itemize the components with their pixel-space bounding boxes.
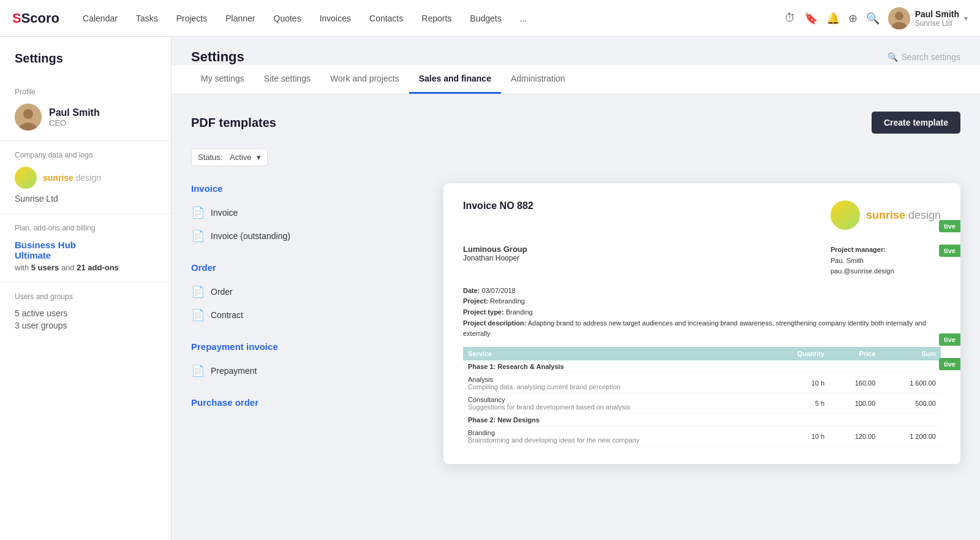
phase-row-1: Phase 1: Research & Analysis xyxy=(463,360,941,373)
settings-sidebar-title: Settings xyxy=(0,51,171,78)
search-placeholder: Search settings xyxy=(902,52,961,62)
client-contact: Jonathan Hooper xyxy=(463,254,806,262)
timer-icon[interactable]: ⏱ xyxy=(785,12,796,25)
sidebar-users-section: Users and groups 5 active users 3 user g… xyxy=(0,283,171,343)
tab-my-settings[interactable]: My settings xyxy=(191,65,254,94)
template-item-invoice[interactable]: 📄 Invoice xyxy=(191,201,424,224)
invoice-number: Invoice NO 882 xyxy=(463,200,533,211)
project-type-value: Branding xyxy=(506,308,533,316)
plan-name-link[interactable]: Business Hub Ultimate xyxy=(15,240,156,260)
page-title: Settings xyxy=(191,49,244,65)
settings-tabs: My settings Site settings Work and proje… xyxy=(172,65,980,94)
profile-role: CEO xyxy=(49,118,100,127)
qty-cell: 5 h xyxy=(767,393,829,413)
nav-tasks[interactable]: Tasks xyxy=(127,9,167,28)
brand-logo-circle xyxy=(831,200,860,230)
order-category-title[interactable]: Order xyxy=(191,262,424,273)
invoice-manager-info: Project manager: Pau. Smith pau.@sunrise… xyxy=(831,245,941,277)
pdf-templates-header: PDF templates Create template xyxy=(191,112,960,134)
status-filter[interactable]: Status: Active ▾ xyxy=(191,148,268,166)
template-doc-icon: 📄 xyxy=(191,229,205,243)
company-logo-circle xyxy=(15,167,37,189)
users-label: Users and groups xyxy=(15,292,156,301)
notification-icon[interactable]: 🔔 xyxy=(826,12,840,25)
template-doc-icon: 📄 xyxy=(191,364,205,378)
template-category-order: Order 📄 Order 📄 Contract xyxy=(191,262,424,327)
nav-budgets[interactable]: Budgets xyxy=(461,9,510,28)
date-label: Date: xyxy=(463,287,480,294)
template-item-order[interactable]: 📄 Order xyxy=(191,280,424,303)
company-logo-row[interactable]: sunrise design xyxy=(15,167,156,189)
price-cell: 100.00 xyxy=(829,393,880,413)
template-doc-icon: 📄 xyxy=(191,285,205,299)
create-template-button[interactable]: Create template xyxy=(872,112,960,134)
phase-1-title: Phase 1: Research & Analysis xyxy=(463,360,941,373)
invoice-two-col: Luminous Group Jonathan Hooper Project m… xyxy=(463,245,941,277)
tab-site-settings[interactable]: Site settings xyxy=(254,65,320,94)
company-label: Company data and logo xyxy=(15,151,156,159)
client-name: Luminous Group xyxy=(463,245,806,254)
profile-avatar xyxy=(15,104,42,131)
users-info: 5 active users 3 user groups xyxy=(15,308,156,330)
user-company: Sunrise Ltd xyxy=(915,19,959,28)
nav-projects[interactable]: Projects xyxy=(168,9,216,28)
logo[interactable]: SScoro xyxy=(12,10,59,26)
avatar xyxy=(888,7,910,29)
profile-row[interactable]: Paul Smith CEO xyxy=(15,104,156,131)
nav-reports[interactable]: Reports xyxy=(413,9,460,28)
user-groups-count[interactable]: 3 user groups xyxy=(15,321,156,330)
purchase-order-category-title[interactable]: Purchase order xyxy=(191,397,424,408)
tab-sales-finance[interactable]: Sales and finance xyxy=(409,65,501,94)
project-meta: Date: 03/07/2018 Project: Rebranding Pro… xyxy=(463,286,941,340)
project-desc-label: Project description: xyxy=(463,319,526,327)
col-quantity: Quantity xyxy=(767,347,829,360)
user-info: Paul Smith Sunrise Ltd xyxy=(915,9,959,28)
bookmark-icon[interactable]: 🔖 xyxy=(804,12,818,25)
invoice-category-title[interactable]: Invoice xyxy=(191,183,424,194)
search-settings[interactable]: 🔍 Search settings xyxy=(888,52,961,62)
company-name: Sunrise Ltd xyxy=(15,194,156,203)
main-nav: Calendar Tasks Projects Planner Quotes I… xyxy=(74,9,782,28)
nav-invoices[interactable]: Invoices xyxy=(311,9,360,28)
table-row: Consultancy Suggestions for brand develo… xyxy=(463,393,941,413)
user-menu[interactable]: Paul Smith Sunrise Ltd ▾ xyxy=(888,7,968,29)
add-icon[interactable]: ⊕ xyxy=(848,12,858,25)
brand-design: design xyxy=(74,173,101,183)
template-doc-icon: 📄 xyxy=(191,308,205,322)
template-item-label: Order xyxy=(211,287,233,297)
invoice-preview: Invoice NO 882 sunrise design xyxy=(443,183,960,464)
project-type-label: Project type: xyxy=(463,308,504,316)
project-value: Rebranding xyxy=(490,297,525,305)
brand-design: design xyxy=(905,209,941,221)
status-badge-2: tive xyxy=(939,245,960,257)
nav-planner[interactable]: Planner xyxy=(217,9,263,28)
service-cell: Branding Brainstorming and developing id… xyxy=(463,426,767,446)
prepayment-category-title[interactable]: Prepayment invoice xyxy=(191,341,424,352)
nav-calendar[interactable]: Calendar xyxy=(74,9,126,28)
template-item-label: Prepayment xyxy=(211,366,257,376)
nav-contacts[interactable]: Contacts xyxy=(361,9,412,28)
brand-sunrise: sunrise xyxy=(866,209,905,221)
nav-quotes[interactable]: Quotes xyxy=(265,9,310,28)
search-icon[interactable]: 🔍 xyxy=(866,12,880,25)
plan-sub-info: with 5 users and 21 add-ons xyxy=(15,263,156,272)
sum-cell: 1 600.00 xyxy=(880,373,941,393)
tab-administration[interactable]: Administration xyxy=(501,65,575,94)
phase-row-2: Phase 2: New Designs xyxy=(463,413,941,426)
nav-more[interactable]: ... xyxy=(511,9,536,28)
template-item-contract[interactable]: 📄 Contract xyxy=(191,303,424,327)
active-users-count[interactable]: 5 active users xyxy=(15,308,156,318)
service-cell: Analysis Compiling data, analysing curre… xyxy=(463,373,767,393)
template-item-label: Invoice xyxy=(211,208,238,218)
nav-icons: ⏱ 🔖 🔔 ⊕ 🔍 xyxy=(785,12,880,25)
template-item-prepayment[interactable]: 📄 Prepayment xyxy=(191,359,424,382)
status-value: Active xyxy=(230,153,251,162)
qty-cell: 10 h xyxy=(767,373,829,393)
price-cell: 160.00 xyxy=(829,373,880,393)
search-icon: 🔍 xyxy=(888,52,898,62)
templates-list: Invoice 📄 Invoice 📄 Invoice (outstanding… xyxy=(191,183,424,464)
template-item-invoice-outstanding[interactable]: 📄 Invoice (outstanding) xyxy=(191,224,424,248)
brand-name: sunrise design xyxy=(866,209,941,222)
tab-work-projects[interactable]: Work and projects xyxy=(320,65,409,94)
template-category-invoice: Invoice 📄 Invoice 📄 Invoice (outstanding… xyxy=(191,183,424,248)
